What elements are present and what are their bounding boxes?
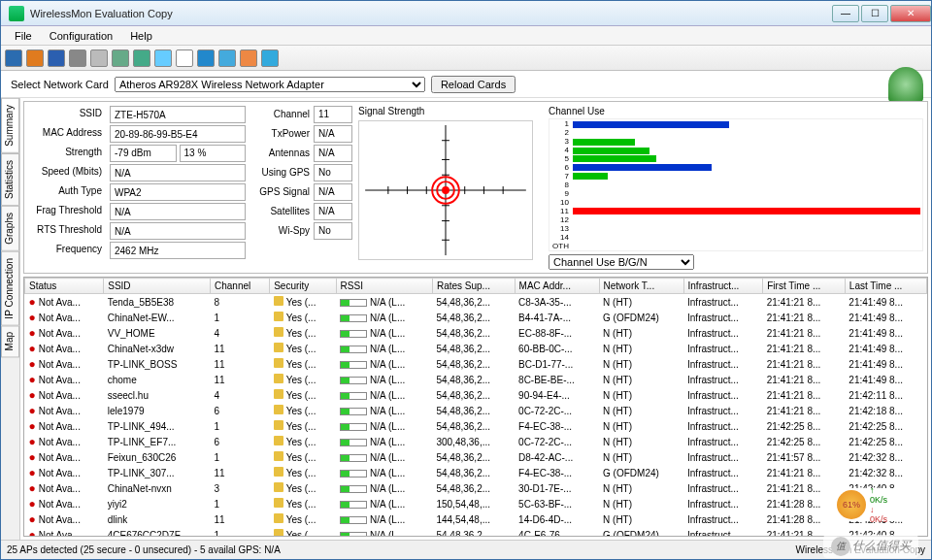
- lock-icon: [274, 467, 283, 477]
- lock-icon: [274, 420, 283, 430]
- tab-ip-connection[interactable]: IP Connection: [1, 251, 19, 326]
- col-header[interactable]: Last Time ...: [845, 279, 926, 294]
- throughput-gauge: 61% ↑ 0K/s ↓ 0K/s: [835, 488, 913, 521]
- rssi-bar: [340, 454, 367, 462]
- lock-icon: [274, 312, 283, 321]
- col-header[interactable]: Security: [270, 279, 336, 294]
- label: Frequency: [28, 242, 106, 259]
- refresh-icon[interactable]: [197, 49, 215, 67]
- table-row[interactable]: Not Ava...TP-LINK_494...1Yes (...N/A (L.…: [25, 418, 927, 434]
- value: N/A: [314, 183, 352, 201]
- menu-help[interactable]: Help: [122, 28, 160, 44]
- table-row[interactable]: Not Ava...sseecl.hu4Yes (...N/A (L...54,…: [25, 387, 927, 403]
- signal-radar: [358, 120, 533, 260]
- value: N/A: [314, 145, 352, 162]
- rssi-bar: [340, 346, 367, 353]
- table-row[interactable]: Not Ava...4CE676CC2D7F1Yes (...N/A (L...…: [25, 527, 927, 537]
- network-card-select[interactable]: Atheros AR928X Wireless Network Adapter: [115, 77, 425, 92]
- value: 2462 MHz: [110, 242, 246, 259]
- statusbar: 25 APs detected (25 secure - 0 unsecured…: [1, 540, 931, 559]
- copy-icon[interactable]: [154, 49, 172, 67]
- lock-icon: [274, 529, 283, 537]
- label: Strength: [28, 145, 106, 162]
- connection-details: SSIDZTE-H570AMAC Address20-89-86-99-B5-E…: [28, 106, 246, 269]
- value: ZTE-H570A: [110, 106, 246, 123]
- rssi-bar: [340, 408, 367, 415]
- titlebar: WirelessMon Evaluation Copy — ☐ ✕: [1, 1, 931, 26]
- rssi-bar: [340, 377, 367, 384]
- col-header[interactable]: Infrastruct...: [683, 279, 763, 294]
- minimize-button[interactable]: —: [832, 5, 859, 22]
- watermark: 值什么值得买: [823, 535, 918, 558]
- doc-icon[interactable]: [176, 49, 193, 67]
- networks-grid[interactable]: StatusSSIDChannelSecurityRSSIRates Sup..…: [23, 277, 928, 537]
- device-icon[interactable]: [69, 49, 86, 67]
- help-icon[interactable]: [261, 49, 279, 67]
- table-row[interactable]: Not Ava...TP-LINK_BOSS11Yes (...N/A (L..…: [25, 356, 927, 372]
- label: Wi-Spy: [251, 222, 310, 240]
- reload-cards-button[interactable]: Reload Cards: [431, 76, 516, 93]
- table-row[interactable]: Not Ava...VV_HOME4Yes (...N/A (L...54,48…: [25, 325, 927, 341]
- info-icon[interactable]: [240, 49, 257, 67]
- table-row[interactable]: Not Ava...Feixun_630C261Yes (...N/A (L..…: [25, 449, 927, 465]
- lock-icon: [274, 327, 283, 337]
- globe-orange-icon[interactable]: [26, 49, 44, 67]
- col-header[interactable]: MAC Addr...: [515, 279, 599, 294]
- table-row[interactable]: Not Ava...TP-LINK_307...11Yes (...N/A (L…: [25, 465, 927, 480]
- col-header[interactable]: Channel: [211, 279, 270, 294]
- col-header[interactable]: RSSI: [336, 279, 432, 294]
- label: SSID: [28, 106, 106, 123]
- channel-use-chart: 1234567891011121314OTH: [549, 118, 923, 251]
- col-header[interactable]: Rates Sup...: [432, 279, 515, 294]
- lock-icon: [274, 482, 283, 492]
- col-header[interactable]: Status: [25, 279, 104, 294]
- channel-use-label: Channel Use: [549, 106, 923, 116]
- svg-point-16: [442, 186, 449, 194]
- select-card-label: Select Network Card: [11, 79, 109, 90]
- save-icon[interactable]: [5, 49, 22, 67]
- rssi-bar: [340, 423, 367, 431]
- strength-value: -79 dBm13 %: [110, 145, 246, 162]
- value: No: [314, 222, 352, 240]
- tab-graphs[interactable]: Graphs: [1, 206, 19, 251]
- table-row[interactable]: Not Ava...Tenda_5B5E388Yes (...N/A (L...…: [25, 294, 927, 311]
- col-header[interactable]: Network T...: [599, 279, 683, 294]
- value: 11: [314, 106, 352, 123]
- tab-summary[interactable]: Summary: [1, 98, 19, 153]
- label: MAC Address: [28, 125, 106, 143]
- maximize-button[interactable]: ☐: [861, 5, 888, 22]
- table-row[interactable]: Not Ava...lele19796Yes (...N/A (L...54,4…: [25, 403, 927, 418]
- table-row[interactable]: Not Ava...chome11Yes (...N/A (L...54,48,…: [25, 372, 927, 387]
- col-header[interactable]: SSID: [104, 279, 211, 294]
- table-row[interactable]: Not Ava...ChinaNet-nvxn3Yes (...N/A (L..…: [25, 480, 927, 496]
- menu-configuration[interactable]: Configuration: [42, 28, 120, 44]
- export-icon[interactable]: [133, 49, 150, 67]
- menubar: File Configuration Help: [1, 26, 931, 46]
- channel-bar: [573, 164, 712, 171]
- table-row[interactable]: Not Ava...yiyi21Yes (...N/A (L...150,54,…: [25, 496, 927, 511]
- value: N/A: [314, 203, 352, 220]
- tab-statistics[interactable]: Statistics: [1, 153, 19, 206]
- channel-use-select[interactable]: Channel Use B/G/N: [549, 254, 694, 270]
- table-row[interactable]: Not Ava...ChinaNet-x3dw11Yes (...N/A (L.…: [25, 341, 927, 356]
- globe-blue-icon[interactable]: [48, 49, 65, 67]
- rssi-bar: [340, 501, 367, 509]
- tab-map[interactable]: Map: [1, 325, 19, 357]
- rssi-bar: [340, 392, 367, 400]
- signal-strength-label: Signal Strength: [358, 106, 543, 116]
- label: TxPower: [251, 125, 310, 143]
- status-left: 25 APs detected (25 secure - 0 unsecured…: [7, 544, 281, 555]
- rssi-bar: [340, 485, 367, 493]
- print-icon[interactable]: [112, 49, 129, 67]
- table-row[interactable]: Not Ava...ChinaNet-EW...1Yes (...N/A (L.…: [25, 310, 927, 325]
- close-button[interactable]: ✕: [890, 5, 931, 22]
- menu-file[interactable]: File: [7, 28, 40, 44]
- channel-bar: [573, 121, 729, 128]
- grid-header[interactable]: StatusSSIDChannelSecurityRSSIRates Sup..…: [25, 279, 927, 294]
- table-row[interactable]: Not Ava...dlink11Yes (...N/A (L...144,54…: [25, 511, 927, 527]
- table-row[interactable]: Not Ava...TP-LINK_EF7...6Yes (...N/A (L.…: [25, 434, 927, 449]
- col-header[interactable]: First Time ...: [763, 279, 846, 294]
- world-icon[interactable]: [218, 49, 236, 67]
- log-icon[interactable]: [90, 49, 108, 67]
- label: Satellites: [251, 203, 310, 220]
